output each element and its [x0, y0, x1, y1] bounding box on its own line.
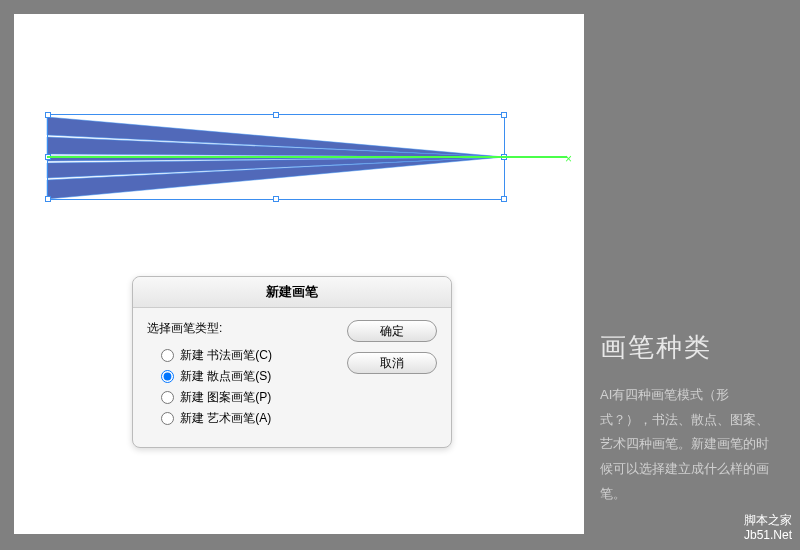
- watermark: 脚本之家 Jb51.Net: [744, 513, 792, 544]
- radio-label: 新建 书法画笔(C): [180, 347, 272, 364]
- cancel-button[interactable]: 取消: [347, 352, 437, 374]
- watermark-cn: 脚本之家: [744, 513, 792, 529]
- dialog-buttons: 确定 取消: [347, 320, 437, 429]
- radio-icon[interactable]: [161, 391, 174, 404]
- radio-pattern-brush[interactable]: 新建 图案画笔(P): [147, 387, 347, 408]
- sidebar-title: 画笔种类: [600, 330, 780, 365]
- radio-label: 新建 图案画笔(P): [180, 389, 271, 406]
- section-label: 选择画笔类型:: [147, 320, 347, 337]
- handle-bottom-mid[interactable]: [273, 196, 279, 202]
- handle-top-left[interactable]: [45, 112, 51, 118]
- new-brush-dialog: 新建画笔 选择画笔类型: 新建 书法画笔(C) 新建 散点画笔(S) 新建 图案…: [132, 276, 452, 448]
- radio-icon[interactable]: [161, 412, 174, 425]
- handle-top-mid[interactable]: [273, 112, 279, 118]
- dialog-title: 新建画笔: [133, 277, 451, 308]
- radio-label: 新建 艺术画笔(A): [180, 410, 271, 427]
- handle-top-right[interactable]: [501, 112, 507, 118]
- path-end-handle[interactable]: ×: [565, 152, 575, 162]
- radio-calligraphy-brush[interactable]: 新建 书法画笔(C): [147, 345, 347, 366]
- handle-bottom-left[interactable]: [45, 196, 51, 202]
- radio-label: 新建 散点画笔(S): [180, 368, 271, 385]
- dialog-body: 选择画笔类型: 新建 书法画笔(C) 新建 散点画笔(S) 新建 图案画笔(P)…: [133, 308, 451, 447]
- sidebar-body: AI有四种画笔模式（形式？），书法、散点、图案、艺术四种画笔。新建画笔的时候可以…: [600, 383, 780, 506]
- radio-icon[interactable]: [161, 349, 174, 362]
- radio-icon[interactable]: [161, 370, 174, 383]
- info-sidebar: 画笔种类 AI有四种画笔模式（形式？），书法、散点、图案、艺术四种画笔。新建画笔…: [600, 330, 780, 506]
- watermark-url: Jb51.Net: [744, 528, 792, 544]
- canvas-area[interactable]: × 新建画笔 选择画笔类型: 新建 书法画笔(C) 新建 散点画笔(S): [14, 14, 584, 534]
- handle-bottom-right[interactable]: [501, 196, 507, 202]
- ok-button[interactable]: 确定: [347, 320, 437, 342]
- radio-scatter-brush[interactable]: 新建 散点画笔(S): [147, 366, 347, 387]
- anchor-path[interactable]: ×: [47, 156, 567, 158]
- radio-art-brush[interactable]: 新建 艺术画笔(A): [147, 408, 347, 429]
- dialog-options: 选择画笔类型: 新建 书法画笔(C) 新建 散点画笔(S) 新建 图案画笔(P)…: [147, 320, 347, 429]
